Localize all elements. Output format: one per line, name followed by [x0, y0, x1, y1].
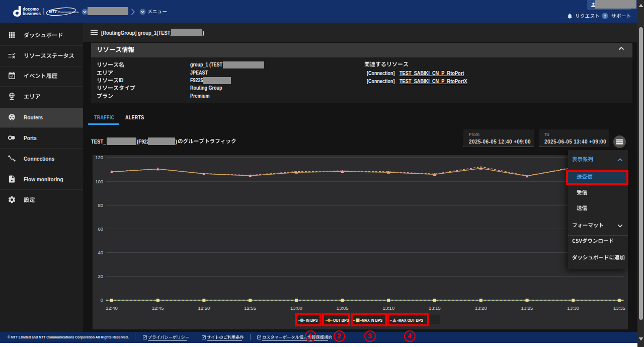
svg-text:13:35: 13:35	[613, 305, 625, 311]
svg-text:?: ?	[604, 14, 607, 19]
svg-text:13:05: 13:05	[337, 305, 349, 311]
svg-text:12:50: 12:50	[198, 305, 210, 311]
svg-text:12:55: 12:55	[244, 305, 256, 311]
svg-text:60: 60	[98, 226, 103, 232]
svg-text:12:45: 12:45	[152, 305, 164, 311]
svg-text:80: 80	[98, 202, 103, 208]
svg-text:NTT: NTT	[49, 9, 57, 14]
svg-text:Communications: Communications	[58, 10, 78, 13]
svg-text:120: 120	[95, 155, 103, 160]
svg-text:20: 20	[98, 273, 103, 279]
svg-text:40: 40	[98, 250, 103, 255]
svg-text:13:15: 13:15	[429, 305, 441, 311]
svg-text:13:00: 13:00	[290, 305, 302, 311]
svg-text:100: 100	[95, 179, 103, 184]
svg-text:13:30: 13:30	[567, 305, 579, 311]
svg-text:13:10: 13:10	[382, 305, 394, 311]
svg-text:12:40: 12:40	[106, 305, 118, 311]
svg-text:13:20: 13:20	[475, 305, 487, 311]
svg-text:13:25: 13:25	[521, 305, 533, 311]
svg-text:0: 0	[101, 297, 103, 303]
